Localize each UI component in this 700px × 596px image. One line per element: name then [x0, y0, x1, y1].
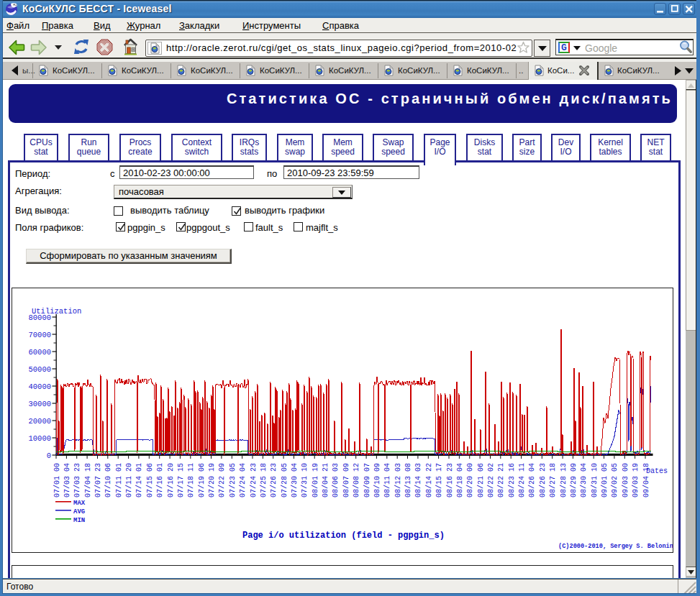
- svg-text:08/09 07: 08/09 07: [363, 463, 371, 498]
- svg-text:08/26 04: 08/26 04: [528, 463, 536, 498]
- svg-text:08/24 11: 08/24 11: [518, 463, 526, 498]
- svg-text:60000: 60000: [28, 348, 51, 357]
- svg-text:MIN: MIN: [73, 517, 85, 524]
- svg-text:07/16 20: 07/16 20: [167, 463, 175, 498]
- svg-text:09/02 05: 09/02 05: [611, 463, 619, 498]
- svg-text:07/18 11: 07/18 11: [187, 463, 195, 498]
- svg-text:08/06 03: 08/06 03: [332, 463, 340, 498]
- svg-text:AVG: AVG: [73, 508, 85, 515]
- svg-text:07/28 05: 07/28 05: [281, 463, 288, 498]
- svg-text:07/24 23: 07/24 23: [250, 463, 258, 498]
- svg-text:07/01 00: 07/01 00: [53, 463, 61, 498]
- svg-text:08/01 19: 08/01 19: [312, 463, 319, 498]
- svg-text:08/15 17: 08/15 17: [435, 463, 443, 498]
- svg-text:08/04 21: 08/04 21: [322, 463, 329, 498]
- svg-text:70000: 70000: [28, 331, 51, 339]
- svg-text:07/10 06: 07/10 06: [104, 463, 112, 498]
- svg-text:Dates: Dates: [646, 467, 668, 475]
- svg-text:Page i/o utilization (field -: Page i/o utilization (field - pgpgin_s): [242, 531, 445, 541]
- svg-text:08/14 03: 08/14 03: [414, 463, 422, 498]
- svg-text:10000: 10000: [28, 434, 51, 443]
- svg-text:07/22 09: 07/22 09: [218, 463, 226, 498]
- svg-text:07/11 01: 07/11 01: [115, 463, 123, 498]
- svg-text:07/03 23: 07/03 23: [73, 463, 81, 498]
- svg-text:08/13 08: 08/13 08: [404, 463, 412, 498]
- svg-text:0: 0: [47, 451, 51, 460]
- svg-text:08/20 00: 08/20 00: [466, 463, 474, 498]
- svg-text:(C)2000-2010, Sergey S. Beloni: (C)2000-2010, Sergey S. Belonin: [558, 543, 673, 550]
- svg-text:08/30 04: 08/30 04: [580, 463, 588, 498]
- svg-text:Utilization: Utilization: [32, 307, 81, 316]
- svg-text:08/22 02: 08/22 02: [487, 463, 495, 498]
- svg-text:07/25 18: 07/25 18: [260, 463, 268, 498]
- svg-text:07/03 04: 07/03 04: [63, 463, 71, 498]
- svg-text:07/04 18: 07/04 18: [84, 463, 92, 498]
- svg-text:08/12 03: 08/12 03: [394, 463, 402, 498]
- svg-text:07/14 01: 07/14 01: [135, 463, 143, 498]
- svg-text:07/20 19: 07/20 19: [208, 463, 216, 498]
- svg-text:07/19 06: 07/19 06: [198, 463, 206, 498]
- svg-text:08/27 18: 08/27 18: [549, 463, 557, 498]
- svg-text:07/17 15: 07/17 15: [177, 463, 185, 498]
- svg-text:07/11 20: 07/11 20: [125, 463, 133, 498]
- svg-text:08/11 04: 08/11 04: [383, 463, 391, 498]
- svg-text:08/26 23: 08/26 23: [539, 463, 547, 498]
- svg-text:08/14 22: 08/14 22: [425, 463, 433, 498]
- svg-text:08/22 21: 08/22 21: [497, 463, 505, 498]
- svg-text:07/15 06: 07/15 06: [146, 463, 154, 498]
- svg-text:20000: 20000: [28, 417, 51, 426]
- svg-text:40000: 40000: [28, 382, 51, 391]
- svg-text:08/10 09: 08/10 09: [373, 463, 381, 498]
- svg-text:08/28 13: 08/28 13: [560, 463, 568, 498]
- svg-text:08/08 12: 08/08 12: [353, 463, 360, 498]
- svg-text:08/18 04: 08/18 04: [456, 463, 464, 498]
- svg-text:08/31 10: 08/31 10: [591, 463, 599, 498]
- svg-text:09/01 05: 09/01 05: [601, 463, 609, 498]
- svg-text:07/30 04: 07/30 04: [291, 463, 299, 498]
- svg-text:MAX: MAX: [73, 500, 86, 507]
- svg-text:30000: 30000: [28, 400, 51, 408]
- svg-text:08/29 09: 08/29 09: [570, 463, 578, 498]
- svg-text:08/07 09: 08/07 09: [342, 463, 350, 498]
- svg-text:08/16 23: 08/16 23: [446, 463, 454, 498]
- svg-text:50000: 50000: [28, 365, 51, 374]
- svg-text:07/24 04: 07/24 04: [239, 463, 247, 498]
- svg-text:07/26 23: 07/26 23: [270, 463, 278, 498]
- svg-text:08/23 16: 08/23 16: [508, 463, 516, 498]
- svg-text:07/16 01: 07/16 01: [156, 463, 164, 498]
- svg-text:09/03 00: 09/03 00: [622, 463, 629, 498]
- svg-text:07/07 23: 07/07 23: [94, 463, 102, 498]
- svg-text:07/23 05: 07/23 05: [229, 463, 237, 498]
- svg-text:09/03 19: 09/03 19: [632, 463, 640, 498]
- svg-text:08/21 06: 08/21 06: [477, 463, 485, 498]
- svg-text:07/31 10: 07/31 10: [301, 463, 309, 498]
